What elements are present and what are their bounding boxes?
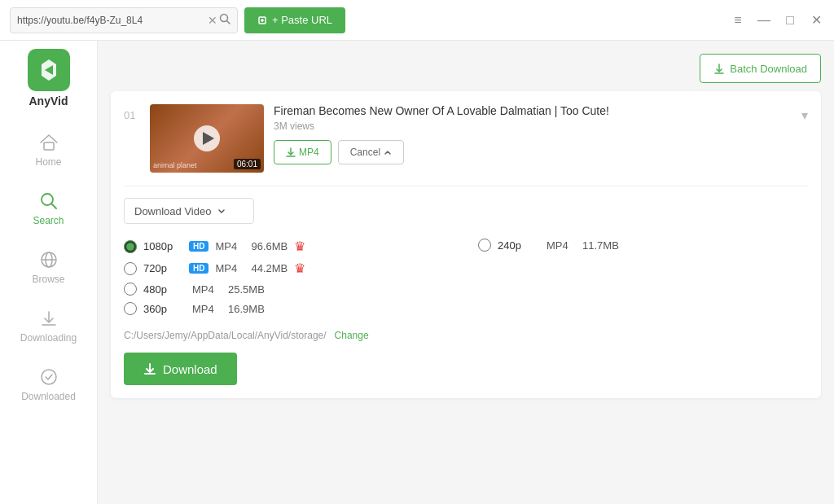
sidebar-item-search[interactable]: Search bbox=[0, 179, 97, 238]
quality-row: 240p MP4 11.7MB bbox=[478, 235, 808, 255]
quality-row: 720p HD MP4 44.2MB ♛ bbox=[124, 257, 454, 279]
app-logo bbox=[28, 49, 70, 91]
change-path-button[interactable]: Change bbox=[335, 330, 369, 341]
close-button[interactable]: ✕ bbox=[808, 12, 824, 28]
quality-size-1080p: 96.6MB bbox=[251, 240, 288, 252]
video-brand: animal planet bbox=[153, 161, 197, 169]
video-card: 01 06:01 animal planet Fireman Becomes N… bbox=[111, 91, 821, 398]
logo-area: AnyVid bbox=[28, 49, 70, 107]
video-thumbnail: 06:01 animal planet bbox=[150, 104, 264, 173]
quality-label-240p: 240p bbox=[498, 239, 537, 252]
main-layout: AnyVid Home Search bbox=[0, 41, 834, 504]
video-actions: MP4 Cancel bbox=[274, 140, 792, 164]
svg-line-7 bbox=[51, 204, 56, 209]
svg-point-12 bbox=[42, 370, 56, 384]
download-options: Download Video 1080p HD MP4 9 bbox=[124, 186, 808, 385]
video-info: Fireman Becomes New Owner Of A Lovable D… bbox=[274, 104, 792, 164]
quality-radio-1080p[interactable] bbox=[124, 240, 137, 253]
quality-size-360p: 16.9MB bbox=[228, 303, 265, 315]
mp4-button[interactable]: MP4 bbox=[274, 140, 331, 164]
expand-icon[interactable]: ▾ bbox=[801, 107, 808, 123]
url-clear-button[interactable]: ✕ bbox=[206, 14, 219, 27]
path-text: C:/Users/Jemy/AppData/Local/AnyVid/stora… bbox=[124, 330, 327, 341]
sidebar-label-home: Home bbox=[35, 156, 61, 168]
play-icon bbox=[203, 132, 214, 145]
url-search-button[interactable] bbox=[219, 13, 230, 27]
quality-label-480p: 480p bbox=[143, 283, 182, 296]
video-header: 01 06:01 animal planet Fireman Becomes N… bbox=[124, 104, 808, 173]
titlebar: ✕ + Paste URL ≡ — □ ✕ bbox=[0, 0, 834, 41]
download-button-label: Download bbox=[163, 362, 217, 376]
app-name: AnyVid bbox=[29, 94, 68, 107]
batch-download-label: Batch Download bbox=[730, 63, 807, 75]
play-button[interactable] bbox=[194, 125, 220, 151]
window-controls: ≡ — □ ✕ bbox=[730, 12, 824, 28]
vip-icon-1080p: ♛ bbox=[294, 239, 305, 254]
content-area: Batch Download 01 06:01 animal planet Fi… bbox=[98, 41, 834, 504]
quality-size-480p: 25.5MB bbox=[228, 283, 265, 296]
mp4-label: MP4 bbox=[299, 147, 319, 158]
sidebar-nav: Home Search Browse bbox=[0, 121, 97, 414]
quality-radio-480p[interactable] bbox=[124, 283, 137, 296]
quality-format-720p: MP4 bbox=[215, 262, 244, 274]
quality-label-1080p: 1080p bbox=[143, 240, 182, 252]
minimize-button[interactable]: — bbox=[756, 12, 772, 28]
quality-format-240p: MP4 bbox=[546, 239, 576, 252]
video-title: Fireman Becomes New Owner Of A Lovable D… bbox=[274, 104, 792, 117]
batch-download-button[interactable]: Batch Download bbox=[700, 54, 821, 83]
video-number: 01 bbox=[124, 109, 140, 121]
download-type-label: Download Video bbox=[134, 205, 211, 217]
quality-row: 360p MP4 16.9MB bbox=[124, 299, 454, 318]
paste-url-button[interactable]: + Paste URL bbox=[244, 7, 345, 33]
maximize-button[interactable]: □ bbox=[782, 12, 798, 28]
vip-icon-720p: ♛ bbox=[294, 261, 305, 276]
quality-radio-240p[interactable] bbox=[478, 239, 491, 252]
quality-format-360p: MP4 bbox=[192, 303, 222, 315]
quality-radio-720p[interactable] bbox=[124, 262, 137, 275]
quality-row: 1080p HD MP4 96.6MB ♛ bbox=[124, 235, 454, 257]
quality-format-1080p: MP4 bbox=[215, 240, 244, 252]
url-area: ✕ + Paste URL bbox=[10, 7, 370, 33]
hd-badge-1080p: HD bbox=[189, 241, 208, 252]
video-views: 3M views bbox=[274, 121, 792, 132]
quality-format-480p: MP4 bbox=[192, 283, 222, 296]
sidebar-item-browse[interactable]: Browse bbox=[0, 238, 97, 296]
sidebar-item-downloaded[interactable]: Downloaded bbox=[0, 355, 97, 414]
sidebar-label-downloaded: Downloaded bbox=[21, 391, 76, 402]
sidebar-item-home[interactable]: Home bbox=[0, 121, 97, 179]
svg-rect-5 bbox=[44, 142, 54, 150]
svg-line-1 bbox=[227, 21, 230, 24]
menu-button[interactable]: ≡ bbox=[730, 12, 746, 28]
quality-label-720p: 720p bbox=[143, 262, 182, 274]
download-button[interactable]: Download bbox=[124, 353, 237, 385]
quality-grid: 1080p HD MP4 96.6MB ♛ 720p HD MP4 bbox=[124, 235, 808, 318]
video-duration: 06:01 bbox=[234, 159, 261, 169]
quality-radio-360p[interactable] bbox=[124, 302, 137, 315]
hd-badge-720p: HD bbox=[189, 263, 208, 274]
quality-label-360p: 360p bbox=[143, 303, 182, 315]
download-type-dropdown[interactable]: Download Video bbox=[124, 198, 254, 224]
download-type-select: Download Video bbox=[124, 198, 808, 224]
cancel-label: Cancel bbox=[350, 147, 380, 158]
download-path: C:/Users/Jemy/AppData/Local/AnyVid/stora… bbox=[124, 330, 808, 341]
sidebar-label-search: Search bbox=[33, 215, 64, 226]
url-input-wrap: ✕ bbox=[10, 7, 238, 33]
sidebar: AnyVid Home Search bbox=[0, 41, 98, 504]
quality-size-720p: 44.2MB bbox=[251, 262, 288, 274]
url-input[interactable] bbox=[17, 15, 206, 26]
sidebar-label-downloading: Downloading bbox=[20, 332, 77, 344]
sidebar-item-downloading[interactable]: Downloading bbox=[0, 296, 97, 355]
quality-size-240p: 11.7MB bbox=[582, 239, 619, 252]
quality-row: 480p MP4 25.5MB bbox=[124, 279, 454, 299]
cancel-button[interactable]: Cancel bbox=[338, 140, 404, 164]
sidebar-label-browse: Browse bbox=[32, 274, 64, 285]
